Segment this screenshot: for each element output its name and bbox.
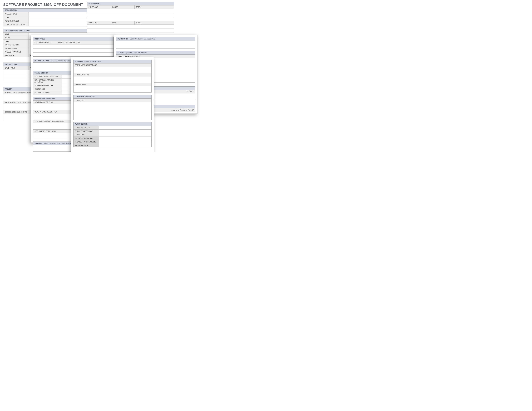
milestone-row[interactable] xyxy=(33,52,114,56)
comments-section: COMMENTS & APPROVAL COMMENTS xyxy=(73,95,152,120)
terms-mods-field[interactable] xyxy=(74,67,151,73)
auth-client-date-field[interactable] xyxy=(99,133,151,137)
contact-name-label: NAME xyxy=(3,33,29,36)
definitions-header: DEFINITIONS | Define Any Unique Language… xyxy=(116,37,195,41)
auth-client-date-label: CLIENT DATE xyxy=(74,133,99,137)
contact-mail-label: MAILING ADDRESS xyxy=(3,43,29,47)
fee-row[interactable] xyxy=(87,9,174,13)
milestone-col-title: PROJECT MILESTONE TITLE xyxy=(57,41,114,44)
auth-prov-sig-field[interactable] xyxy=(99,137,151,140)
terms-conf-label: CONFIDENTIALITY xyxy=(74,73,151,76)
fee-phase2-label: PHASE TWO xyxy=(87,21,111,25)
org-client-field[interactable] xyxy=(29,16,90,19)
contact-header: ORGANIZATION CONTACT INFO xyxy=(3,29,90,32)
fee-row[interactable] xyxy=(87,25,174,28)
comments-header: COMMENTS & APPROVAL xyxy=(74,95,151,98)
terms-header: BUSINESS TERMS / CONDITIONS xyxy=(74,60,151,63)
fee-header: FEE SUMMARY xyxy=(87,2,174,5)
comments-field[interactable] xyxy=(74,102,151,120)
milestone-col-date: EST DELIVERY DATE xyxy=(33,41,57,44)
fee-hours-label: HOURS xyxy=(111,6,135,9)
milestones-header: MILESTONES xyxy=(33,37,114,41)
auth-client-name-label: CLIENT PRINTED NAME xyxy=(74,130,99,133)
fee-row[interactable] xyxy=(87,17,174,21)
auth-prov-name-field[interactable] xyxy=(99,140,151,144)
terms-term-label: TERMINATION xyxy=(74,83,151,86)
auth-prov-date-field[interactable] xyxy=(99,144,151,147)
services-header: SERVICES | SERVICE COORDINATION xyxy=(116,51,195,55)
team-col-name: NAME / TITLE xyxy=(3,66,29,70)
definitions-field[interactable] xyxy=(116,41,195,48)
org-version-field[interactable] xyxy=(29,19,90,23)
milestones-section: MILESTONES EST DELIVERY DATE PROJECT MIL… xyxy=(33,37,114,56)
terms-mods-label: CONTRACT MODIFICATIONS xyxy=(74,63,151,67)
fee-section: FEE SUMMARY PHASE ONE HOURS TOTAL PHASE … xyxy=(87,2,174,33)
fee-row[interactable] xyxy=(87,28,174,33)
auth-client-name-field[interactable] xyxy=(99,130,151,133)
org-version-label: VERSION NUMBER xyxy=(3,19,29,23)
org-poc-field[interactable] xyxy=(29,23,90,26)
org-client-label: CLIENT xyxy=(3,16,29,19)
fee-total2-label: TOTAL xyxy=(135,21,174,25)
milestone-row[interactable] xyxy=(33,44,114,48)
org-poc-label: CLIENT POINT OF CONTACT xyxy=(3,23,29,26)
stake-steer-label: STEERING COMMITTEE xyxy=(33,84,62,87)
fee-phase1-label: PHASE ONE xyxy=(87,6,111,9)
auth-prov-sig-label: PROVIDER SIGNATURE xyxy=(74,137,99,140)
page-4: BUSINESS TERMS / CONDITIONS CONTRACT MOD… xyxy=(71,57,154,152)
definitions-section: DEFINITIONS | Define Any Unique Language… xyxy=(116,37,195,49)
contact-phone-label: PHONE xyxy=(3,36,29,39)
contact-email-label: EMAIL xyxy=(3,40,29,43)
fee-total-label: TOTAL xyxy=(135,6,174,9)
auth-client-sig-field[interactable] xyxy=(99,126,151,130)
comments-label: COMMENTS xyxy=(74,98,151,102)
milestone-row[interactable] xyxy=(33,48,114,52)
stake-other-label: POTENTIAL/OTHER xyxy=(33,91,62,94)
contact-date-label: DATE PREPARED xyxy=(3,47,29,50)
terms-conf-field[interactable] xyxy=(74,76,151,83)
auth-section: AUTHORIZATION CLIENT SIGNATURE CLIENT PR… xyxy=(73,122,152,147)
org-project-name-field[interactable] xyxy=(29,12,90,16)
auth-client-sig-label: CLIENT SIGNATURE xyxy=(74,126,99,130)
document-stage: SOFTWARE PROJECT SIGN-OFF DOCUMENT ORGAN… xyxy=(0,0,197,152)
organization-section: ORGANIZATION PROJECT NAME CLIENT VERSION… xyxy=(3,8,90,27)
terms-section: BUSINESS TERMS / CONDITIONS CONTRACT MOD… xyxy=(73,60,152,93)
fee-row[interactable] xyxy=(87,13,174,17)
stake-nonsw-label: NON-SOFTWARE TEAMS AFFECTED xyxy=(33,78,62,84)
auth-header: AUTHORIZATION xyxy=(74,122,151,126)
contact-pm-label: PROJECT MANAGER xyxy=(3,50,29,54)
org-project-name-label: PROJECT NAME xyxy=(3,12,29,16)
contact-begin-label: BEGIN DATE xyxy=(3,54,29,57)
fee-hours2-label: HOURS xyxy=(111,21,135,25)
stake-cust-label: CUSTOMERS xyxy=(33,87,62,91)
organization-header: ORGANIZATION xyxy=(3,9,90,12)
terms-term-field[interactable] xyxy=(74,86,151,92)
document-title: SOFTWARE PROJECT SIGN-OFF DOCUMENT xyxy=(3,2,90,8)
auth-prov-date-label: PROVIDER DATE xyxy=(74,144,99,147)
stake-sw-label: SOFTWARE TEAMS AFFECTED xyxy=(33,75,62,78)
auth-prov-name-label: PROVIDER PRINTED NAME xyxy=(74,140,99,144)
